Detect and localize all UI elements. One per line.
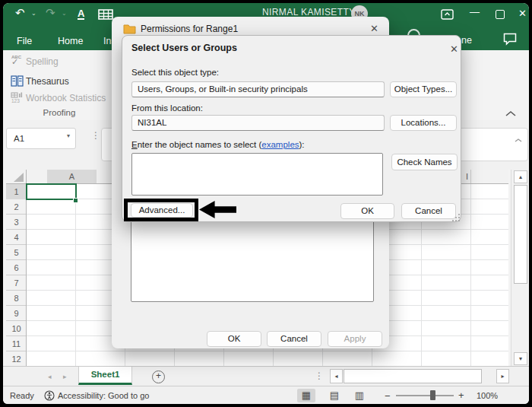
- maximize-icon[interactable]: [496, 10, 505, 19]
- titlebar-partial-label: ne: [461, 35, 472, 46]
- row-header[interactable]: 10: [6, 321, 27, 336]
- status-accessibility[interactable]: Accessibility: Good to go: [58, 391, 149, 400]
- check-names-button[interactable]: Check Names: [391, 154, 458, 170]
- tab-home[interactable]: Home: [58, 36, 83, 46]
- tab-file[interactable]: File: [17, 36, 32, 46]
- row-header[interactable]: 5: [6, 245, 27, 260]
- ribbon-collapse-icon[interactable]: [505, 110, 517, 117]
- row-header[interactable]: 11: [6, 336, 27, 351]
- location-label: From this location:: [131, 103, 203, 113]
- permissions-close-icon[interactable]: ✕: [370, 23, 378, 34]
- select-users-dialog-title: Select Users or Groups: [131, 43, 237, 53]
- row-header[interactable]: 6: [6, 260, 27, 275]
- object-type-field: Users, Groups, or Built-in security prin…: [131, 81, 385, 97]
- fill-handle[interactable]: [73, 198, 78, 203]
- undo-dropdown-icon[interactable]: ⌄: [31, 10, 36, 17]
- proofing-group-label: Proofing: [6, 108, 112, 117]
- select-users-dialog: Select Users or Groups ✕ Select this obj…: [122, 35, 461, 222]
- scroll-down-icon[interactable]: ▾: [514, 352, 527, 365]
- view-page-break-icon[interactable]: ▥: [350, 389, 369, 402]
- sheet-next-icon[interactable]: ▸: [63, 373, 67, 380]
- object-names-input[interactable]: [131, 153, 383, 196]
- location-field: NI31AL: [131, 115, 385, 131]
- zoom-slider-handle[interactable]: [430, 390, 435, 400]
- object-types-button[interactable]: Object Types...: [390, 81, 457, 97]
- redo-dropdown-icon: ⌄: [62, 10, 67, 17]
- close-icon[interactable]: ✕: [518, 8, 527, 19]
- folder-icon: [123, 23, 136, 34]
- permissions-cancel-button[interactable]: Cancel: [267, 331, 321, 347]
- vertical-scrollbar[interactable]: ▴ ▾: [511, 170, 529, 366]
- row-header[interactable]: 12: [6, 351, 27, 366]
- underline-icon[interactable]: A: [78, 8, 84, 20]
- row-header[interactable]: 3: [6, 215, 27, 230]
- select-users-cancel-button[interactable]: Cancel: [401, 203, 456, 219]
- object-names-label: Enter the object names to select (exampl…: [131, 140, 305, 149]
- hscroll-right-icon[interactable]: ▸: [496, 369, 509, 383]
- undo-icon[interactable]: ↶: [15, 7, 25, 19]
- view-page-layout-icon[interactable]: ▤: [325, 389, 344, 402]
- hscroll-left-icon[interactable]: ◂: [330, 369, 343, 383]
- add-sheet-icon[interactable]: +: [152, 370, 165, 383]
- accessibility-icon: [44, 390, 55, 401]
- thesaurus-icon[interactable]: [11, 75, 24, 87]
- select-users-close-icon[interactable]: ✕: [450, 43, 458, 55]
- workbook-statistics-icon: 123: [11, 92, 24, 103]
- row-headers: 123456789101112: [6, 184, 27, 366]
- window-title: NIRMAL KAMISETTY: [262, 7, 356, 17]
- workbook-statistics-button: Workbook Statistics: [26, 93, 106, 103]
- row-header[interactable]: 1: [6, 184, 27, 199]
- redo-icon: ↷: [46, 7, 55, 19]
- column-header[interactable]: J: [492, 170, 508, 184]
- object-type-label: Select this object type:: [131, 68, 219, 77]
- select-all-corner[interactable]: [6, 170, 27, 184]
- resize-grip-icon[interactable]: [451, 213, 461, 222]
- annotation-highlight-box: [124, 199, 198, 221]
- vertical-scroll-thumb[interactable]: [514, 185, 527, 284]
- scroll-up-icon[interactable]: ▴: [514, 170, 527, 183]
- status-bar: Ready Accessibility: Good to go ▦ ▤ ▥ − …: [3, 386, 529, 404]
- permissions-dialog-title: Permissions for Range1: [141, 24, 238, 34]
- spelling-button: Spelling: [26, 56, 59, 67]
- spelling-check-icon: ✓: [11, 58, 18, 65]
- svg-text:123: 123: [11, 98, 20, 103]
- zoom-slider-track[interactable]: [396, 395, 454, 396]
- sheet-tab-active[interactable]: Sheet1: [78, 367, 132, 385]
- borders-grid-icon[interactable]: [98, 9, 113, 20]
- status-mode[interactable]: Ready: [10, 391, 34, 400]
- examples-link[interactable]: examples: [261, 140, 299, 149]
- zoom-out-button[interactable]: −: [385, 390, 391, 402]
- tabstrip-more-icon[interactable]: ⋮: [315, 370, 324, 381]
- permissions-ok-button[interactable]: OK: [207, 331, 261, 347]
- comments-icon[interactable]: [503, 33, 517, 46]
- formula-more-icon[interactable]: ⋮: [91, 130, 100, 141]
- view-normal-icon[interactable]: ▦: [297, 389, 315, 402]
- locations-button[interactable]: Locations...: [390, 115, 457, 131]
- selected-cell[interactable]: [26, 183, 77, 200]
- name-box[interactable]: A1: [6, 128, 76, 149]
- name-box-dropdown-icon[interactable]: ▾: [67, 132, 70, 139]
- formula-bar-expand-icon[interactable]: [514, 138, 523, 143]
- screenshot-frame: ↶ ⌄ ↷ ⌄ A NIRMAL KAMISETTY NK — ✕ File H…: [0, 0, 532, 407]
- row-header[interactable]: 2: [6, 199, 27, 215]
- row-header[interactable]: 7: [6, 275, 27, 291]
- select-all-icon: [14, 173, 24, 182]
- select-users-ok-button[interactable]: OK: [340, 203, 394, 219]
- column-header[interactable]: A: [47, 170, 97, 184]
- ribbon-display-options-icon[interactable]: [441, 9, 454, 20]
- horizontal-scroll-thumb[interactable]: [344, 369, 482, 383]
- row-header[interactable]: 4: [6, 230, 27, 245]
- sheet-prev-icon[interactable]: ◂: [48, 373, 52, 380]
- zoom-in-button[interactable]: +: [458, 390, 464, 401]
- row-header[interactable]: 8: [6, 291, 27, 306]
- minimize-icon[interactable]: —: [470, 7, 480, 17]
- permissions-apply-button: Apply: [328, 331, 382, 347]
- zoom-level[interactable]: 100%: [477, 391, 498, 400]
- thesaurus-button[interactable]: Thesaurus: [26, 76, 69, 87]
- excel-window: ↶ ⌄ ↷ ⌄ A NIRMAL KAMISETTY NK — ✕ File H…: [3, 3, 529, 404]
- row-header[interactable]: 9: [6, 306, 27, 321]
